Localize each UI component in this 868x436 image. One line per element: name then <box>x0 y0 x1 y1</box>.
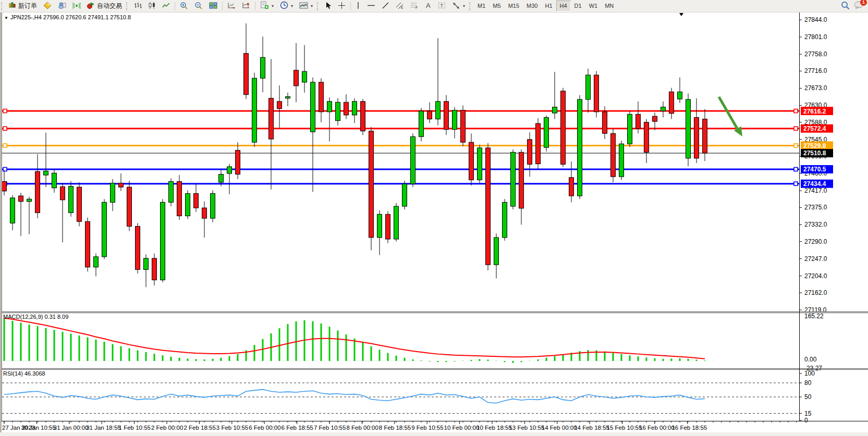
bear-candle <box>469 142 474 180</box>
window-bottom-strip <box>0 432 868 436</box>
bull-candle <box>453 110 457 130</box>
bull-candle <box>494 238 499 265</box>
crosshair-tool-button[interactable] <box>335 0 349 12</box>
hline-tool-button[interactable] <box>364 0 378 12</box>
line-chart-button[interactable] <box>159 0 173 12</box>
bull-candle <box>219 175 224 182</box>
line-handle[interactable] <box>794 182 798 185</box>
price-axis-label: 27716.0 <box>804 67 827 74</box>
timeframe-d1[interactable]: D1 <box>571 1 585 11</box>
chart-canvas[interactable]: 27844.027801.027758.027716.027673.027630… <box>0 0 868 436</box>
timeframe-m1[interactable]: M1 <box>474 1 489 11</box>
bear-candle <box>194 193 199 208</box>
time-axis-label: 1 Feb 10:55 <box>119 425 151 431</box>
chart-forward-button[interactable] <box>224 0 239 12</box>
timeframe-h1[interactable]: H1 <box>541 1 556 11</box>
new-order-label: 新订单 <box>18 2 37 10</box>
bull-candle <box>327 102 332 112</box>
bear-candle <box>344 102 349 115</box>
rsi-axis-label: 15 <box>804 410 812 417</box>
bear-candle <box>152 258 157 280</box>
bar-chart-button[interactable] <box>131 0 145 12</box>
line-handle[interactable] <box>794 144 798 147</box>
bear-candle <box>611 133 616 177</box>
trendline-tool-button[interactable] <box>378 0 393 12</box>
time-axis-label: 8 Feb 00:00 <box>346 425 378 431</box>
chart-shift-button[interactable] <box>239 0 253 12</box>
accounts-button[interactable] <box>55 0 69 12</box>
bull-candle <box>352 102 357 115</box>
channel-tool-button[interactable]: E <box>393 0 407 12</box>
dropdown-caret: ▾ <box>311 4 313 8</box>
rsi-axis-label: 50 <box>804 393 812 401</box>
bull-candle <box>377 214 382 238</box>
user-terminal-icon <box>58 2 66 11</box>
bull-candle <box>478 148 482 180</box>
time-axis-label: 3 Feb 10:55 <box>216 425 248 431</box>
notifications-button[interactable]: 1 <box>854 1 864 11</box>
bull-candle <box>553 107 557 113</box>
bull-candle <box>302 71 307 82</box>
notification-badge: 1 <box>860 0 867 6</box>
tile-windows-button[interactable] <box>206 0 221 12</box>
time-axis-label: 13 Feb 10:55 <box>509 425 544 431</box>
signals-button[interactable] <box>69 0 84 12</box>
timeframe-m30[interactable]: M30 <box>523 1 541 11</box>
line-handle[interactable] <box>3 127 7 130</box>
line-handle[interactable] <box>3 144 7 147</box>
bear-candle <box>269 98 274 139</box>
line-handle[interactable] <box>3 167 7 171</box>
chart-shift-icon <box>242 2 250 11</box>
line-handle[interactable] <box>794 167 798 171</box>
add-indicator-button[interactable]: ▾ <box>257 0 277 12</box>
arrows-tool-button[interactable]: ▾ <box>449 0 468 12</box>
vline-tool-button[interactable] <box>352 0 364 12</box>
period-button[interactable]: ▾ <box>277 0 296 12</box>
time-axis-label: 16 Feb 00:00 <box>639 425 675 431</box>
label-tool-button[interactable]: T <box>435 0 449 12</box>
price-tag-label: 27572.4 <box>803 125 826 132</box>
bear-candle <box>369 131 374 238</box>
bull-candle <box>419 111 424 136</box>
search-icon[interactable] <box>841 1 850 11</box>
market-watch-button[interactable] <box>40 0 55 12</box>
time-axis-label: 31 Jan 00:00 <box>54 425 89 431</box>
line-handle[interactable] <box>3 109 7 113</box>
price-axis-label: 27247.0 <box>804 255 827 263</box>
bull-candle <box>44 171 48 175</box>
bull-candle <box>52 173 57 188</box>
timeframe-mn[interactable]: MN <box>601 1 617 11</box>
bull-candle <box>311 82 315 132</box>
bull-candle <box>544 117 549 147</box>
zoom-in-button[interactable] <box>177 0 191 12</box>
zoom-out-button[interactable] <box>191 0 206 12</box>
chevron-down-icon[interactable]: ▼ <box>4 16 8 20</box>
fibonacci-tool-button[interactable]: F <box>407 0 422 12</box>
autotrade-button[interactable]: 自动交易 <box>84 0 125 12</box>
timeframe-w1[interactable]: W1 <box>585 1 602 11</box>
candlestick-chart-button[interactable] <box>145 0 159 12</box>
trendline-icon <box>382 2 389 11</box>
bull-candle <box>211 193 215 218</box>
price-axis-label: 27844.0 <box>804 16 827 23</box>
template-button[interactable]: ▾ <box>296 0 316 12</box>
text-tool-button[interactable]: A <box>422 0 435 12</box>
template-icon <box>299 2 308 11</box>
bear-candle <box>35 171 40 213</box>
time-axis-label: 14 Feb 00:00 <box>542 425 577 431</box>
price-axis-label: 27332.0 <box>804 221 827 228</box>
new-order-button[interactable]: 新订单 <box>6 0 40 12</box>
bear-candle <box>361 102 365 131</box>
bull-candle <box>436 102 441 119</box>
line-handle[interactable] <box>794 127 798 130</box>
rsi-axis-label: 0 <box>804 417 808 424</box>
price-tag-label: 27529.8 <box>803 142 826 150</box>
line-handle[interactable] <box>794 109 798 113</box>
timeframe-m15[interactable]: M15 <box>505 1 523 11</box>
bear-candle <box>594 75 599 112</box>
bull-candle <box>578 99 582 196</box>
timeframe-m5[interactable]: M5 <box>489 1 504 11</box>
cursor-tool-button[interactable] <box>322 0 335 12</box>
timeframe-h4[interactable]: H4 <box>556 1 571 11</box>
rsi-axis-label: 100 <box>804 370 815 377</box>
